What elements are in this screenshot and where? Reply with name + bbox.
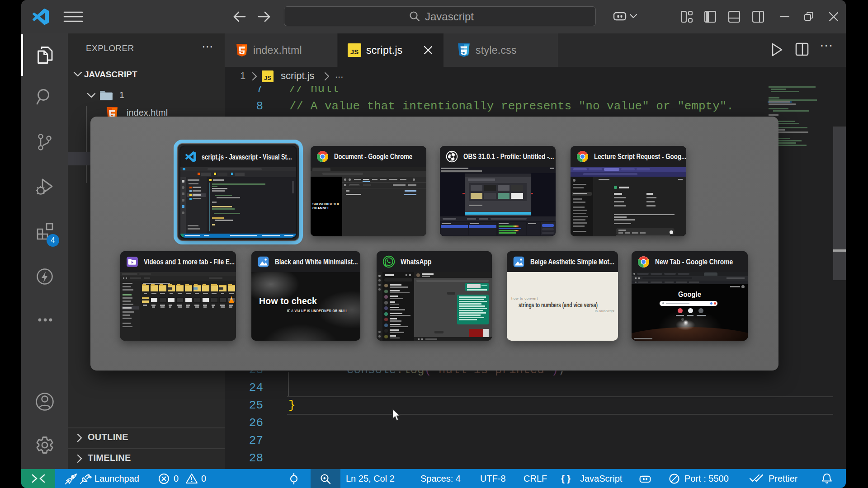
svg-text:JS: JS bbox=[264, 75, 271, 81]
svg-text:JS: JS bbox=[350, 48, 359, 56]
